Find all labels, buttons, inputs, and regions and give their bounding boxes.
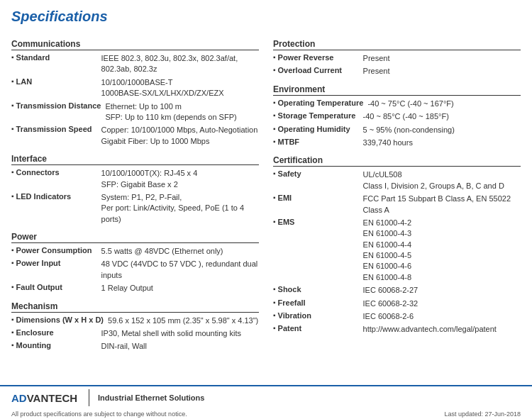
- spec-label: Patent: [278, 324, 363, 333]
- logo-text: ADVANTECH: [11, 392, 77, 404]
- logo-ad: AD: [11, 392, 27, 404]
- spec-label: Power Input: [16, 259, 101, 267]
- spec-label: Storage Temperature: [278, 111, 363, 120]
- spec-value: IEC 60068-2-6: [363, 311, 414, 322]
- bullet-icon: ▪: [273, 53, 276, 61]
- spec-row: ▪MTBF339,740 hours: [273, 138, 521, 148]
- section-title-protection: Protection: [273, 39, 521, 50]
- spec-value: Present: [363, 53, 390, 64]
- spec-value: DIN-rail, Wall: [101, 341, 147, 352]
- footer-notice-row: All product specifications are subject t…: [0, 409, 532, 419]
- spec-value: 48 VDC (44VDC to 57 VDC ), redundant dua…: [101, 259, 259, 281]
- bullet-icon: ▪: [11, 246, 14, 254]
- spec-label: MTBF: [278, 138, 363, 146]
- bullet-icon: ▪: [11, 77, 14, 85]
- spec-label: Operating Humidity: [278, 125, 363, 133]
- bullet-icon: ▪: [273, 66, 276, 74]
- bullet-icon: ▪: [273, 324, 276, 332]
- spec-row: ▪Fault Output1 Relay Output: [11, 283, 259, 294]
- footer-bar: ADVANTECH Industrial Ethernet Solutions: [0, 385, 532, 409]
- spec-value: IP30, Metal shell with solid mounting ki…: [101, 328, 241, 339]
- spec-value: 1 Relay Output: [101, 283, 153, 294]
- spec-value: UL/cUL508Class I, Division 2, Groups A, …: [363, 169, 504, 191]
- spec-label: Power Reverse: [278, 53, 363, 62]
- section-title-environment: Environment: [273, 84, 521, 96]
- right-column: Protection▪Power ReversePresent▪Overload…: [273, 32, 521, 354]
- bullet-icon: ▪: [11, 53, 14, 61]
- bullet-icon: ▪: [11, 101, 14, 109]
- footer-tagline: Industrial Ethernet Solutions: [98, 393, 521, 402]
- spec-row: ▪Patenthttp://www.advantech.com/legal/pa…: [273, 324, 521, 335]
- bullet-icon: ▪: [273, 138, 276, 145]
- spec-value: 5 ~ 95% (non-condensing): [363, 125, 455, 135]
- spec-label: Power Consumption: [16, 246, 101, 255]
- logo-vantech: VANTECH: [27, 392, 77, 404]
- spec-row: ▪VibrationIEC 60068-2-6: [273, 311, 521, 322]
- spec-value: 339,740 hours: [363, 138, 413, 148]
- spec-label: Transmission Distance: [16, 101, 106, 110]
- spec-label: Shock: [278, 285, 363, 294]
- spec-value: IEC 60068-2-27: [363, 285, 419, 296]
- bullet-icon: ▪: [11, 168, 14, 176]
- section-title-certification: Certification: [273, 155, 521, 167]
- spec-label: Enclosure: [16, 328, 101, 337]
- spec-row: ▪StandardIEEE 802.3, 802.3u, 802.3x, 802…: [11, 53, 259, 75]
- spec-row: ▪Operating Temperature-40 ~ 75°C (-40 ~ …: [273, 99, 521, 109]
- spec-row: ▪Power ReversePresent: [273, 53, 521, 64]
- spec-row: ▪FreefallIEC 60068-2-32: [273, 298, 521, 309]
- spec-label: Operating Temperature: [278, 99, 368, 107]
- spec-value: http://www.advantech.com/legal/patent: [363, 324, 497, 335]
- spec-row: ▪Operating Humidity5 ~ 95% (non-condensi…: [273, 125, 521, 135]
- spec-value: Copper: 10/100/1000 Mbps, Auto-Negotiati…: [101, 125, 258, 147]
- spec-label: Mounting: [16, 341, 101, 350]
- spec-row: ▪EMSEN 61000-4-2EN 61000-4-3EN 61000-4-4…: [273, 218, 521, 283]
- spec-row: ▪Power Consumption5.5 watts @ 48VDC (Eth…: [11, 246, 259, 257]
- section-title-mechanism: Mechanism: [11, 301, 259, 313]
- footer-notice: All product specifications are subject t…: [11, 410, 444, 418]
- spec-label: Overload Current: [278, 66, 363, 74]
- bullet-icon: ▪: [273, 169, 276, 177]
- spec-value: -40 ~ 85°C (-40 ~ 185°F): [363, 111, 449, 122]
- spec-label: Fault Output: [16, 283, 101, 291]
- spec-value: FCC Part 15 Subpart B Class A, EN 55022C…: [363, 194, 511, 216]
- spec-label: EMS: [278, 218, 363, 226]
- spec-row: ▪Storage Temperature-40 ~ 85°C (-40 ~ 18…: [273, 111, 521, 122]
- spec-row: ▪EMIFCC Part 15 Subpart B Class A, EN 55…: [273, 194, 521, 216]
- bullet-icon: ▪: [273, 218, 276, 225]
- spec-label: Dimensions (W x H x D): [16, 315, 108, 324]
- footer-date: Last updated: 27-Jun-2018: [444, 410, 521, 418]
- section-title-communications: Communications: [11, 39, 259, 50]
- spec-value: IEEE 802.3, 802.3u, 802.3x, 802.3af/at,8…: [101, 53, 238, 75]
- footer: ADVANTECH Industrial Ethernet Solutions …: [0, 385, 532, 419]
- spec-row: ▪Dimensions (W x H x D)59.6 x 152 x 105 …: [11, 315, 259, 326]
- spec-value: 5.5 watts @ 48VDC (Ethernet only): [101, 246, 223, 257]
- spec-row: ▪Transmission SpeedCopper: 10/100/1000 M…: [11, 125, 259, 147]
- spec-row: ▪Transmission DistanceEthernet: Up to 10…: [11, 101, 259, 123]
- spec-value: EN 61000-4-2EN 61000-4-3EN 61000-4-4EN 6…: [363, 218, 412, 283]
- spec-row: ▪Overload CurrentPresent: [273, 66, 521, 77]
- bullet-icon: ▪: [273, 285, 276, 293]
- bullet-icon: ▪: [273, 125, 276, 133]
- spec-label: Safety: [278, 169, 363, 178]
- spec-row: ▪LAN10/100/1000BASE-T1000BASE-SX/LX/LHX/…: [11, 77, 259, 99]
- spec-value: 10/100/1000BASE-T1000BASE-SX/LX/LHX/XD/Z…: [101, 77, 224, 99]
- bullet-icon: ▪: [273, 99, 276, 106]
- bullet-icon: ▪: [11, 315, 14, 323]
- spec-label: EMI: [278, 194, 363, 202]
- spec-row: ▪Power Input48 VDC (44VDC to 57 VDC ), r…: [11, 259, 259, 281]
- bullet-icon: ▪: [11, 192, 14, 200]
- spec-value: Present: [363, 66, 390, 77]
- section-title-power: Power: [11, 232, 259, 243]
- spec-label: Freefall: [278, 298, 363, 307]
- bullet-icon: ▪: [273, 311, 276, 319]
- section-title-interface: Interface: [11, 154, 259, 165]
- footer-divider: [89, 389, 89, 406]
- bullet-icon: ▪: [11, 125, 14, 133]
- spec-label: Transmission Speed: [16, 125, 101, 133]
- spec-row: ▪SafetyUL/cUL508Class I, Division 2, Gro…: [273, 169, 521, 191]
- spec-label: Connectors: [16, 168, 101, 177]
- spec-row: ▪Connectors10/100/1000T(X): RJ-45 x 4SFP…: [11, 168, 259, 190]
- bullet-icon: ▪: [11, 259, 14, 267]
- spec-value: IEC 60068-2-32: [363, 298, 419, 309]
- specs-two-col: Communications▪StandardIEEE 802.3, 802.3…: [11, 32, 521, 354]
